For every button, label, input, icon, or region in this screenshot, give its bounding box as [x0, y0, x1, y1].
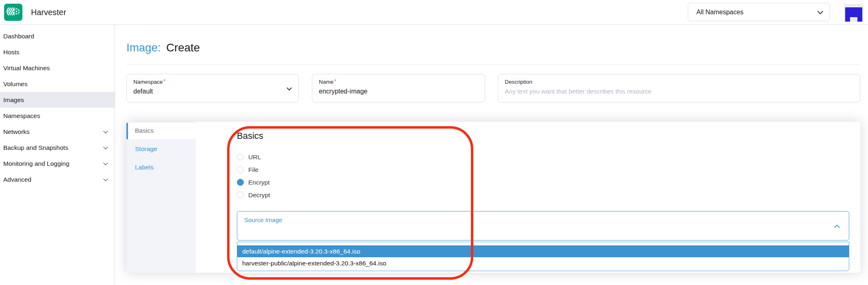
tab-storage[interactable]: Storage [126, 142, 196, 156]
radio-option-encrypt[interactable]: Encrypt [237, 176, 270, 189]
harvester-logo[interactable] [4, 4, 22, 21]
sidebar-item-backup-and-snapshots[interactable]: Backup and Snapshots [0, 140, 115, 156]
avatar-identicon-icon [844, 4, 864, 22]
dropdown-option-harvester-public-alpine[interactable]: harvester-public/alpine-extended-3.20.3-… [237, 257, 849, 269]
chevron-down-icon [103, 176, 108, 181]
namespace-label: Namespace [133, 79, 163, 85]
chevron-up-icon [834, 225, 840, 230]
namespace-select[interactable]: Namespace* default [126, 74, 299, 102]
name-label: Name [319, 79, 334, 85]
name-input[interactable] [319, 88, 478, 95]
description-input[interactable] [505, 88, 853, 95]
top-header: Harvester All Namespaces [0, 0, 868, 25]
image-source-radio-group: URL File Encrypt Decrypt [237, 151, 270, 201]
sidebar-item-images[interactable]: Images [0, 92, 115, 108]
page-title-action: Create [166, 41, 200, 54]
basics-section-heading: Basics [237, 131, 263, 141]
tab-basics[interactable]: Basics [126, 123, 196, 139]
user-avatar[interactable] [844, 4, 864, 22]
namespace-filter-dropdown[interactable]: All Namespaces [688, 3, 830, 21]
required-asterisk: * [334, 78, 336, 84]
dropdown-option-default-alpine[interactable]: default/alpine-extended-3.20.3-x86_64.is… [237, 245, 849, 257]
title-divider [126, 64, 860, 65]
app-title: Harvester [31, 0, 66, 25]
chevron-down-icon [103, 129, 108, 133]
namespace-value: default [133, 88, 292, 95]
sidebar-item-advanced[interactable]: Advanced [0, 171, 115, 187]
sidebar-item-networks[interactable]: Networks [0, 124, 115, 140]
create-form-card: Basics Storage Labels Basics URL File En… [126, 122, 860, 273]
sidebar-item-dashboard[interactable]: Dashboard [0, 28, 115, 44]
radio-option-url[interactable]: URL [237, 151, 270, 163]
source-image-dropdown-menu: default/alpine-extended-3.20.3-x86_64.is… [237, 242, 849, 271]
page-title: Image: Create [126, 41, 200, 54]
radio-checked-icon[interactable] [237, 179, 244, 186]
source-image-select[interactable]: Source Image [237, 211, 849, 240]
description-field: Description [498, 74, 860, 102]
sidebar-item-volumes[interactable]: Volumes [0, 76, 115, 92]
chevron-down-icon [103, 160, 108, 165]
harvester-logo-icon [5, 4, 21, 20]
namespace-filter-value: All Namespaces [696, 3, 744, 21]
sidebar-item-namespaces[interactable]: Namespaces [0, 108, 115, 124]
chevron-down-icon [817, 9, 823, 14]
tab-labels[interactable]: Labels [126, 160, 196, 174]
page-title-resource: Image: [126, 41, 161, 54]
radio-option-file[interactable]: File [237, 163, 270, 176]
sidebar-item-monitoring-and-logging[interactable]: Monitoring and Logging [0, 156, 115, 171]
radio-unchecked-icon[interactable] [237, 191, 244, 198]
name-field: Name* [312, 74, 485, 102]
radio-unchecked-icon[interactable] [237, 154, 244, 160]
radio-unchecked-icon[interactable] [237, 166, 244, 173]
source-image-label: Source Image [244, 216, 282, 223]
radio-option-decrypt[interactable]: Decrypt [237, 189, 270, 201]
sidebar-nav: Dashboard Hosts Virtual Machines Volumes… [0, 25, 115, 285]
sidebar-item-hosts[interactable]: Hosts [0, 44, 115, 60]
required-asterisk: * [163, 78, 166, 84]
chevron-down-icon [103, 145, 108, 149]
description-label: Description [505, 79, 853, 85]
harvester-app: Harvester All Namespaces Dashboard Hosts… [0, 0, 868, 285]
sidebar-item-virtual-machines[interactable]: Virtual Machines [0, 60, 115, 76]
